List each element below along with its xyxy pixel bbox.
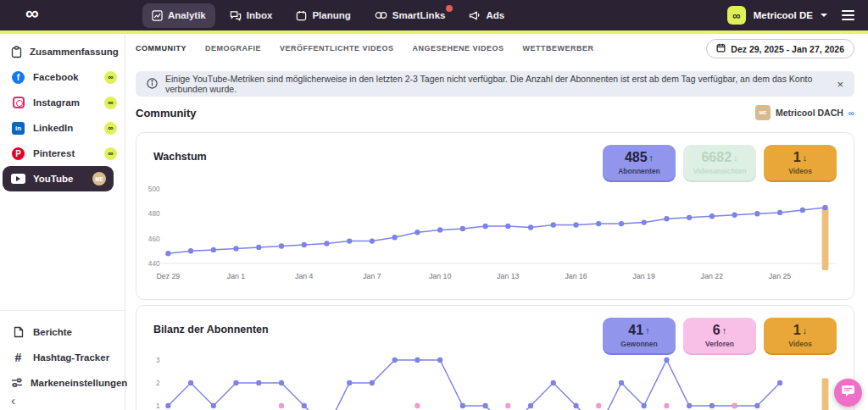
data-point	[392, 235, 398, 240]
info-icon	[147, 78, 158, 91]
close-icon[interactable]: ×	[837, 78, 843, 91]
stat-verloren[interactable]: 6↑ Verloren	[683, 318, 756, 353]
channel-account-link[interactable]: ME Metricool DACH ∞	[755, 105, 854, 120]
stat-videos[interactable]: 1↓ Videos	[764, 145, 837, 180]
data-point	[732, 213, 737, 218]
data-point	[709, 213, 715, 219]
connected-badge-icon: ∞	[104, 97, 117, 109]
subtab-wettbewerber[interactable]: WETTBEWERBER	[523, 44, 594, 53]
sidebar-item-zusammenfassung[interactable]: Zusammenfassung	[0, 39, 125, 64]
svg-text:Jan 1: Jan 1	[227, 272, 245, 280]
sidebar-item-pinterest[interactable]: P Pinterest ∞	[0, 141, 125, 166]
date-range-picker[interactable]: Dez 29, 2025 - Jan 27, 2026	[706, 39, 854, 58]
calendar-icon	[296, 10, 307, 21]
data-point	[279, 403, 284, 408]
svg-text:Dez 29: Dez 29	[156, 272, 180, 280]
data-point	[370, 380, 375, 385]
stat-videos[interactable]: 1↓ Videos	[764, 318, 837, 353]
subtab-veroeffentlichte-videos[interactable]: VERÖFFENTLICHTE VIDEOS	[280, 44, 394, 53]
data-point	[596, 221, 601, 226]
accent-divider	[0, 30, 868, 34]
sidebar-item-markeneinstellungen[interactable]: Markeneinstellungen	[0, 370, 125, 396]
data-point	[596, 403, 601, 408]
stat-gewonnen[interactable]: 41↑ Gewonnen	[603, 318, 676, 353]
sidebar-item-hashtag-tracker[interactable]: # Hashtag-Tracker	[0, 345, 125, 370]
data-point	[664, 403, 669, 408]
sidebar-collapse-button[interactable]: ‹	[11, 393, 15, 407]
data-point	[528, 224, 533, 230]
down-arrow-icon: ↓	[803, 152, 808, 163]
sidebar-item-youtube[interactable]: YouTube ME	[3, 166, 114, 191]
bilanz-chart: 123	[148, 353, 842, 410]
svg-text:Jan 25: Jan 25	[769, 272, 791, 280]
data-point	[664, 357, 669, 363]
sidebar-item-instagram[interactable]: Instagram ∞	[0, 90, 125, 115]
data-point	[188, 248, 193, 253]
videos-bar	[822, 208, 829, 270]
data-point	[687, 215, 692, 220]
data-point	[460, 403, 465, 408]
top-nav-tabs: Analytik Inbox Planung SmartLinks	[142, 3, 514, 28]
wachstum-stats: 485↑ Abonnenten 6682↓ Videoansichten 1↓ …	[603, 145, 837, 180]
svg-text:460: 460	[148, 235, 160, 243]
subtab-angesehene-videos[interactable]: ANGESEHENE VIDEOS	[413, 44, 504, 53]
data-point	[233, 380, 238, 385]
up-arrow-icon: ↑	[722, 325, 727, 335]
data-point	[777, 210, 782, 215]
svg-text:Jan 13: Jan 13	[497, 272, 519, 280]
instagram-icon	[11, 97, 25, 108]
connected-badge-icon: ∞	[104, 71, 117, 84]
data-point	[256, 245, 261, 250]
date-range-value: Dez 29, 2025 - Jan 27, 2026	[731, 44, 844, 54]
card-title: Wachstum	[153, 151, 207, 163]
data-point	[505, 403, 510, 408]
top-navbar: ∞ Analytik Inbox Planung	[0, 0, 868, 30]
account-name: Metricool DE	[754, 10, 813, 20]
chat-bubble-icon	[841, 385, 855, 401]
data-point	[505, 224, 510, 229]
channel-avatar: ME	[92, 172, 106, 186]
data-point	[777, 380, 782, 385]
account-switcher[interactable]: ∞ Metricool DE	[727, 0, 854, 30]
svg-text:Jan 7: Jan 7	[363, 272, 381, 280]
svg-text:2: 2	[156, 379, 160, 387]
data-point	[302, 403, 307, 408]
data-point	[754, 211, 760, 216]
sidebar-item-facebook[interactable]: f Facebook ∞	[0, 64, 125, 90]
sidebar-item-linkedin[interactable]: in LinkedIn ∞	[0, 115, 125, 141]
tab-inbox[interactable]: Inbox	[220, 3, 282, 28]
subtab-community[interactable]: COMMUNITY	[136, 44, 186, 53]
brand-badge-icon: ∞	[727, 6, 746, 25]
hamburger-menu-icon[interactable]	[842, 10, 854, 20]
data-point	[256, 380, 261, 385]
chat-support-button[interactable]	[834, 379, 862, 407]
data-point	[211, 403, 216, 408]
stat-videoansichten[interactable]: 6682↓ Videoansichten	[683, 145, 756, 180]
data-point	[754, 403, 760, 408]
down-arrow-icon: ↓	[733, 152, 738, 163]
connected-badge-icon: ∞	[104, 147, 117, 160]
card-title: Bilanz der Abonnenten	[153, 324, 269, 335]
data-point	[302, 242, 307, 247]
subtab-demografie[interactable]: DEMOGRAFIE	[205, 44, 261, 53]
info-banner: Einige YouTube-Metriken sind möglicherwe…	[136, 71, 854, 97]
metricool-logo-icon: ∞	[25, 3, 39, 25]
bilanz-card: Bilanz der Abonnenten 41↑ Gewonnen 6↑ Ve…	[136, 305, 854, 410]
tab-planung[interactable]: Planung	[287, 3, 359, 28]
pinterest-icon: P	[11, 147, 25, 160]
sidebar-tools: Berichte # Hashtag-Tracker Markeneinstel…	[0, 310, 125, 396]
wachstum-card: Wachstum 485↑ Abonnenten 6682↓ Videoansi…	[136, 132, 854, 300]
stat-abonnenten[interactable]: 485↑ Abonnenten	[603, 145, 676, 180]
svg-text:Jan 4: Jan 4	[295, 272, 313, 280]
data-point	[822, 205, 827, 210]
svg-text:Jan 10: Jan 10	[429, 272, 451, 280]
tab-ads[interactable]: Ads	[459, 3, 514, 27]
tab-analytik[interactable]: Analytik	[142, 3, 215, 28]
tab-smartlinks[interactable]: SmartLinks	[365, 3, 455, 27]
svg-text:Jan 22: Jan 22	[701, 272, 723, 280]
data-point	[642, 403, 647, 408]
data-point	[415, 357, 420, 363]
down-arrow-icon: ↓	[803, 325, 808, 335]
sidebar-item-berichte[interactable]: Berichte	[0, 319, 125, 345]
data-point	[732, 403, 737, 408]
